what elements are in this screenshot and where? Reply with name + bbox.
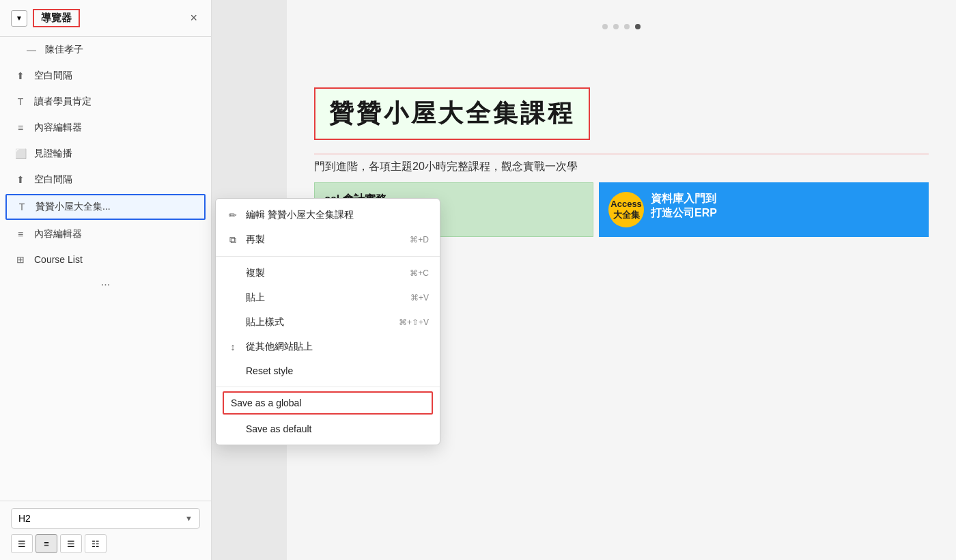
menu-paste-style-left: 貼上樣式 — [227, 316, 284, 328]
spacer1-label: 空白間隔 — [34, 70, 72, 82]
paste-shortcut: ⌘+V — [410, 293, 429, 303]
h2-dropdown-arrow-icon: ▼ — [185, 514, 193, 522]
copy-shortcut: ⌘+C — [410, 268, 429, 278]
align-justify-icon: ☷ — [92, 539, 100, 549]
menu-save-default-left: Save as default — [227, 423, 312, 434]
sidebar-bottom: H2 ▼ ☰ ≡ ☰ ☷ — [0, 501, 211, 560]
content-title-text: 贊贊小屋大全集課程 — [329, 99, 575, 127]
blue-card-subtitle: 打造公司ERP — [651, 206, 717, 221]
menu-reset-label: Reset style — [246, 365, 293, 376]
sidebar-item-reader[interactable]: T 讀者學員肯定 — [0, 89, 211, 115]
menu-divider-2 — [216, 387, 440, 387]
menu-paste-label: 貼上 — [246, 292, 265, 304]
menu-duplicate-label: 再製 — [246, 234, 265, 246]
menu-edit-item[interactable]: ✏ 編輯 贊贊小屋大全集課程 — [216, 203, 440, 227]
badge-line2: 大全集 — [613, 210, 640, 221]
page-dots — [300, 14, 942, 40]
menu-edit-left: ✏ 編輯 贊贊小屋大全集課程 — [227, 209, 354, 221]
sidebar-item-spacer1[interactable]: ⬆ 空白間隔 — [0, 63, 211, 89]
spacer1-icon: ⬆ — [14, 70, 27, 81]
spacer2-label: 空白間隔 — [34, 173, 72, 186]
menu-copy-left: 複製 — [227, 267, 265, 279]
align-left-icon: ☰ — [18, 539, 26, 549]
course-card-blue[interactable]: Access 大全集 資料庫入門到 打造公司ERP — [599, 182, 929, 237]
align-justify-button[interactable]: ☷ — [85, 534, 107, 553]
duplicate-shortcut: ⌘+D — [410, 235, 429, 244]
dot-3[interactable] — [624, 24, 630, 29]
save-default-label: Save as default — [246, 423, 312, 434]
menu-save-default-item[interactable]: Save as default — [216, 417, 440, 440]
menu-duplicate-left: ⧉ 再製 — [227, 234, 265, 246]
sidebar-close-button[interactable]: × — [187, 8, 200, 28]
more-icon: ... — [101, 276, 110, 288]
sidebar-title-area: ▼ 導覽器 — [11, 9, 80, 27]
title-icon: T — [15, 201, 29, 212]
dot-4[interactable] — [635, 24, 641, 29]
h2-label: H2 — [18, 513, 31, 524]
edit-icon: ✏ — [227, 210, 239, 221]
align-buttons: ☰ ≡ ☰ ☷ — [11, 534, 200, 553]
align-right-button[interactable]: ☰ — [60, 534, 82, 553]
menu-paste-other-label: 從其他網站貼上 — [246, 341, 313, 353]
align-right-icon: ☰ — [67, 539, 75, 549]
menu-paste-item[interactable]: 貼上 ⌘+V — [216, 285, 440, 310]
dot-1[interactable] — [602, 24, 608, 29]
reader-label: 讀者學員肯定 — [34, 96, 92, 108]
blue-card-title: 資料庫入門到 — [651, 192, 717, 206]
sidebar-item-spacer2[interactable]: ⬆ 空白間隔 — [0, 167, 211, 193]
badge-line1: Access — [610, 199, 642, 210]
sidebar-item-testimonial[interactable]: ⬜ 見證輪播 — [0, 141, 211, 167]
editor1-label: 內容編輯器 — [34, 122, 82, 134]
menu-paste-other-left: ↕ 從其他網站貼上 — [227, 341, 313, 353]
editor1-icon: ≡ — [14, 122, 27, 133]
blue-card-content: 資料庫入門到 打造公司ERP — [651, 192, 717, 221]
content-title-box[interactable]: 贊贊小屋大全集課程 — [314, 87, 590, 140]
menu-duplicate-item[interactable]: ⧉ 再製 ⌘+D — [216, 227, 440, 252]
sidebar-title: 導覽器 — [33, 9, 80, 27]
title-label: 贊贊小屋大全集... — [36, 201, 111, 213]
more-items-button[interactable]: ... — [0, 272, 211, 292]
align-center-icon: ≡ — [44, 539, 49, 549]
align-center-button[interactable]: ≡ — [36, 534, 57, 553]
dropdown-arrow-icon: ▼ — [16, 14, 23, 22]
dot-2[interactable] — [613, 24, 619, 29]
menu-paste-style-label: 貼上樣式 — [246, 316, 284, 328]
menu-paste-style-item[interactable]: 貼上樣式 ⌘+⇧+V — [216, 310, 440, 335]
sidebar: ▼ 導覽器 × — 陳佳孝子 ⬆ 空白間隔 T 讀者學員肯定 ≡ 內容編輯器 ⬜… — [0, 0, 212, 560]
menu-paste-left: 貼上 — [227, 292, 265, 304]
sidebar-header: ▼ 導覽器 × — [0, 0, 211, 37]
paste-style-shortcut: ⌘+⇧+V — [399, 318, 429, 327]
testimonial-label: 見證輪播 — [34, 148, 72, 160]
content-subtitle: 門到進階，各項主題20小時完整課程，觀念實戰一次學 — [314, 154, 929, 174]
sidebar-item-editor2[interactable]: ≡ 內容編輯器 — [0, 221, 211, 247]
testimonial-icon: ⬜ — [14, 148, 27, 159]
context-menu: ✏ 編輯 贊贊小屋大全集課程 ⧉ 再製 ⌘+D 複製 ⌘+C 貼上 ⌘+V 貼上… — [215, 198, 440, 445]
menu-reset-style-item[interactable]: Reset style — [216, 359, 440, 382]
menu-reset-left: Reset style — [227, 365, 293, 376]
menu-save-global-item[interactable]: Save as a global — [223, 391, 433, 415]
reader-icon: T — [14, 96, 27, 107]
sidebar-item-editor1[interactable]: ≡ 內容編輯器 — [0, 115, 211, 141]
menu-paste-other-item[interactable]: ↕ 從其他網站貼上 — [216, 335, 440, 359]
menu-edit-label: 編輯 贊贊小屋大全集課程 — [246, 209, 354, 221]
sidebar-item-xiaozi[interactable]: — 陳佳孝子 — [0, 37, 211, 63]
access-badge: Access 大全集 — [608, 192, 644, 227]
align-left-button[interactable]: ☰ — [11, 534, 33, 553]
save-global-label: Save as a global — [231, 397, 302, 408]
editor2-icon: ≡ — [14, 229, 27, 240]
spacer2-icon: ⬆ — [14, 174, 27, 185]
courselist-icon: ⊞ — [14, 254, 27, 265]
xiaozi-icon: — — [25, 44, 38, 55]
menu-copy-item[interactable]: 複製 ⌘+C — [216, 261, 440, 285]
sidebar-item-courselist[interactable]: ⊞ Course List — [0, 247, 211, 272]
paste-other-icon: ↕ — [227, 341, 239, 352]
sidebar-dropdown-button[interactable]: ▼ — [11, 10, 27, 27]
courselist-label: Course List — [34, 254, 83, 265]
xiaozi-label: 陳佳孝子 — [45, 44, 83, 56]
menu-copy-label: 複製 — [246, 267, 265, 279]
menu-divider-1 — [216, 256, 440, 257]
h2-dropdown[interactable]: H2 ▼ — [11, 508, 200, 529]
sidebar-item-title[interactable]: T 贊贊小屋大全集... — [5, 194, 206, 220]
editor2-label: 內容編輯器 — [34, 228, 82, 240]
duplicate-icon: ⧉ — [227, 234, 239, 246]
